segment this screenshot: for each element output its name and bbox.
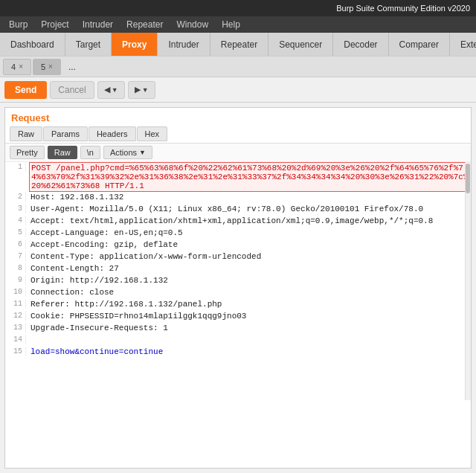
main-content: Request Raw Params Headers Hex Pretty Ra… xyxy=(0,103,476,473)
menu-bar: Burp Project Intruder Repeater Window He… xyxy=(0,16,476,33)
line-content: POST /panel.php?cmd=%65%63%68%6f%20%22%6… xyxy=(29,162,471,192)
inner-tab-hex[interactable]: Hex xyxy=(137,126,168,141)
tab-decoder[interactable]: Decoder xyxy=(333,33,388,56)
line-number: 5 xyxy=(5,228,26,237)
request-container: Request Raw Params Headers Hex Pretty Ra… xyxy=(4,107,472,469)
line-content: Cookie: PHPSESSID=rhno14mlap1ilggk1qqg9j… xyxy=(29,311,471,321)
back-icon: ◀ xyxy=(104,85,110,94)
dropdown-icon: ▼ xyxy=(139,149,146,156)
table-row: 6Accept-Encoding: gzip, deflate xyxy=(5,239,471,251)
tab-sequencer[interactable]: Sequencer xyxy=(268,33,333,56)
sec-tab-4[interactable]: 4 × xyxy=(3,59,31,75)
tab-proxy[interactable]: Proxy xyxy=(112,33,158,56)
table-row: 14 xyxy=(5,335,471,347)
menu-help[interactable]: Help xyxy=(216,18,246,31)
tab-intruder[interactable]: Intruder xyxy=(158,33,210,56)
tab-comparer[interactable]: Comparer xyxy=(389,33,450,56)
line-content: Referer: http://192.168.1.132/panel.php xyxy=(29,299,471,309)
scrollbar-thumb[interactable] xyxy=(466,164,470,193)
table-row: 10Connection: close xyxy=(5,287,471,299)
line-content: load=show&continue=continue xyxy=(29,347,471,357)
cancel-button[interactable]: Cancel xyxy=(50,81,94,99)
send-button[interactable]: Send xyxy=(4,81,47,99)
close-tab-4-icon[interactable]: × xyxy=(19,62,23,71)
main-tab-bar: Dashboard Target Proxy Intruder Repeater… xyxy=(0,33,476,57)
forward-icon: ▶ xyxy=(135,85,141,94)
back-dropdown-icon[interactable]: ▼ xyxy=(112,86,118,94)
format-bar: Pretty Raw \n Actions ▼ xyxy=(5,144,471,162)
forward-dropdown-icon[interactable]: ▼ xyxy=(142,86,149,94)
line-content: Accept-Language: en-US,en;q=0.5 xyxy=(29,228,471,238)
line-content: User-Agent: Mozilla/5.0 (X11; Linux x86_… xyxy=(29,204,471,214)
menu-intruder[interactable]: Intruder xyxy=(77,18,119,31)
request-title: Request xyxy=(5,108,471,125)
table-row: 11Referer: http://192.168.1.132/panel.ph… xyxy=(5,299,471,311)
table-row: 8Content-Length: 27 xyxy=(5,263,471,275)
sec-tab-5[interactable]: 5 × xyxy=(33,59,61,75)
table-row: 5Accept-Language: en-US,en;q=0.5 xyxy=(5,228,471,239)
title-bar: Burp Suite Community Edition v2020 xyxy=(0,0,476,16)
line-number: 15 xyxy=(5,347,26,356)
line-number: 9 xyxy=(5,275,26,285)
menu-repeater[interactable]: Repeater xyxy=(120,18,169,31)
line-number: 7 xyxy=(5,251,26,261)
toolbar: Send Cancel ◀ ▼ ▶ ▼ xyxy=(0,77,476,103)
line-number: 11 xyxy=(5,299,26,309)
table-row: 2Host: 192.168.1.132 xyxy=(5,192,471,204)
table-row: 4Accept: text/html,application/xhtml+xml… xyxy=(5,216,471,228)
forward-button[interactable]: ▶ ▼ xyxy=(128,81,155,99)
menu-project[interactable]: Project xyxy=(35,18,74,31)
raw-button[interactable]: Raw xyxy=(48,146,77,159)
scrollbar-track[interactable] xyxy=(465,162,471,400)
back-button[interactable]: ◀ ▼ xyxy=(97,81,125,99)
line-number: 6 xyxy=(5,239,26,249)
line-number: 12 xyxy=(5,311,26,321)
line-number: 3 xyxy=(5,204,26,213)
pretty-button[interactable]: Pretty xyxy=(10,146,45,159)
newline-button[interactable]: \n xyxy=(80,146,100,159)
inner-tab-raw[interactable]: Raw xyxy=(10,126,42,141)
line-number: 2 xyxy=(5,192,26,202)
table-row: 1POST /panel.php?cmd=%65%63%68%6f%20%22%… xyxy=(5,162,471,192)
line-content: Accept: text/html,application/xhtml+xml,… xyxy=(29,216,471,226)
line-number: 14 xyxy=(5,335,26,344)
line-content: Accept-Encoding: gzip, deflate xyxy=(29,239,471,250)
line-number: 10 xyxy=(5,287,26,297)
line-content: Upgrade-Insecure-Requests: 1 xyxy=(29,323,471,333)
line-number: 13 xyxy=(5,323,26,332)
line-content: Origin: http://192.168.1.132 xyxy=(29,275,471,286)
inner-tabs: Raw Params Headers Hex xyxy=(5,125,471,144)
line-number: 4 xyxy=(5,216,26,225)
tab-repeater[interactable]: Repeater xyxy=(210,33,268,56)
table-row: 9Origin: http://192.168.1.132 xyxy=(5,275,471,287)
inner-tab-headers[interactable]: Headers xyxy=(89,126,136,141)
line-content: Content-Length: 27 xyxy=(29,263,471,274)
inner-tab-params[interactable]: Params xyxy=(43,126,88,141)
secondary-tab-bar: 4 × 5 × ... xyxy=(0,57,476,77)
code-area[interactable]: 1POST /panel.php?cmd=%65%63%68%6f%20%22%… xyxy=(5,162,471,400)
tab-target[interactable]: Target xyxy=(65,33,112,56)
menu-window[interactable]: Window xyxy=(170,18,214,31)
table-row: 7Content-Type: application/x-www-form-ur… xyxy=(5,251,471,263)
line-content xyxy=(29,335,471,336)
menu-burp[interactable]: Burp xyxy=(3,18,33,31)
table-row: 12Cookie: PHPSESSID=rhno14mlap1ilggk1qqg… xyxy=(5,311,471,323)
line-content: Connection: close xyxy=(29,287,471,297)
line-number: 1 xyxy=(5,162,26,172)
line-number: 8 xyxy=(5,263,26,273)
actions-dropdown[interactable]: Actions ▼ xyxy=(103,146,152,159)
tab-dashboard[interactable]: Dashboard xyxy=(0,33,65,56)
table-row: 15load=show&continue=continue xyxy=(5,347,471,358)
tab-extender[interactable]: Extender xyxy=(450,33,476,56)
close-tab-5-icon[interactable]: × xyxy=(48,62,53,71)
title-text: Burp Suite Community Edition v2020 xyxy=(336,4,470,13)
table-row: 13Upgrade-Insecure-Requests: 1 xyxy=(5,323,471,335)
more-tabs-button[interactable]: ... xyxy=(62,59,82,74)
line-content: Host: 192.168.1.132 xyxy=(29,192,471,202)
table-row: 3User-Agent: Mozilla/5.0 (X11; Linux x86… xyxy=(5,204,471,216)
line-content: Content-Type: application/x-www-form-url… xyxy=(29,251,471,262)
